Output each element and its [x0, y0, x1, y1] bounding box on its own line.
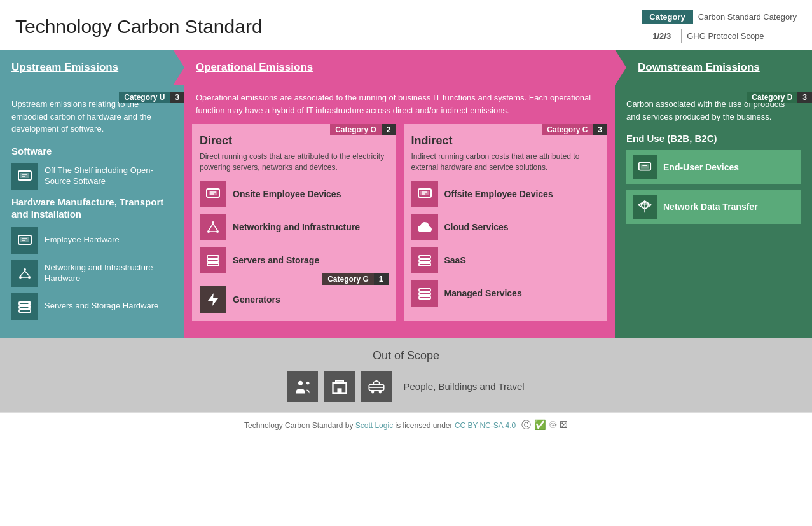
- network-data-transfer-label: Network Data Transfer: [663, 202, 758, 212]
- onsite-employee-label: Onsite Employee Devices: [233, 189, 341, 199]
- svg-point-32: [217, 256, 218, 258]
- servers-storage-hardware-label: Servers and Storage Hardware: [45, 301, 158, 312]
- out-of-scope-label: People, Buildings and Travel: [403, 381, 524, 392]
- cloud-services-label: Cloud Services: [444, 222, 509, 232]
- svg-rect-46: [641, 164, 649, 168]
- footer-link-license[interactable]: CC BY-NC-SA 4.0: [455, 421, 516, 430]
- downstream-header-bar: Downstream Emissions: [615, 50, 812, 85]
- out-of-scope-title: Out of Scope: [15, 349, 797, 363]
- svg-line-11: [20, 271, 25, 276]
- offsite-employee-label: Offsite Employee Devices: [444, 189, 553, 199]
- managed-services-label: Managed Services: [444, 288, 522, 298]
- svg-point-50: [306, 381, 310, 384]
- svg-rect-43: [419, 293, 430, 295]
- svg-point-18: [29, 307, 30, 308]
- direct-panel: Category O 2 Direct Direct running costs…: [192, 124, 396, 321]
- employee-hardware-item: Employee Hardware: [11, 227, 173, 254]
- software-heading: Software: [11, 146, 173, 156]
- indirect-description: Indirect running carbon costs that are a…: [411, 151, 600, 173]
- upstream-column: Category U 3 Upstream emissions relating…: [0, 85, 184, 338]
- generators-icon: [200, 286, 226, 313]
- section-header-bar: Upstream Emissions Operational Emissions…: [0, 50, 812, 85]
- servers-storage-hardware-item: Servers and Storage Hardware: [11, 293, 173, 320]
- footer-link-scott-logic[interactable]: Scott Logic: [355, 421, 393, 430]
- direct-badge: Category O 2: [330, 124, 396, 135]
- servers-storage-item: Servers and Storage: [200, 247, 389, 273]
- footer-icons: Ⓒ ✅ ♾ ⚄: [521, 419, 568, 430]
- end-user-devices-icon: [633, 155, 657, 179]
- svg-point-23: [212, 221, 214, 224]
- downstream-bar-title[interactable]: Downstream Emissions: [638, 61, 760, 74]
- end-user-devices-item: End-User Devices: [626, 150, 801, 184]
- legend-scope-desc: GHG Protocol Scope: [687, 31, 764, 41]
- downstream-badge-num: 3: [797, 92, 812, 103]
- svg-point-56: [371, 390, 375, 393]
- svg-rect-1: [20, 173, 29, 178]
- indirect-badge-label: Category C: [542, 124, 593, 135]
- downstream-badge: Category D 3: [747, 92, 812, 103]
- svg-rect-54: [343, 385, 345, 387]
- downstream-badge-label: Category D: [747, 92, 797, 103]
- buildings-icon: [324, 371, 355, 402]
- downstream-column: Category D 3 Carbon associated with the …: [615, 85, 812, 338]
- saas-label: SaaS: [444, 255, 466, 265]
- legend-category-item: Category Carbon Standard Category: [642, 10, 797, 24]
- operational-bar-title[interactable]: Operational Emissions: [196, 61, 313, 74]
- svg-rect-40: [419, 260, 430, 262]
- svg-point-57: [379, 390, 382, 393]
- generator-badge-num: 1: [374, 273, 389, 285]
- upstream-badge-num: 3: [170, 92, 184, 103]
- networking-infra-label: Networking and Infrastructure: [233, 222, 360, 232]
- page-title: Technology Carbon Standard: [15, 16, 263, 38]
- upstream-software-item: Off The Shelf including Open-Source Soft…: [11, 163, 173, 190]
- operational-description: Operational emissions are associated to …: [184, 85, 615, 124]
- svg-line-12: [25, 271, 29, 276]
- software-item-label: Off The Shelf including Open-Source Soft…: [45, 165, 173, 187]
- direct-badge-num: 2: [382, 124, 396, 135]
- footer: Technology Carbon Standard by Scott Logi…: [0, 412, 812, 438]
- out-of-scope-items: People, Buildings and Travel: [15, 371, 797, 402]
- software-icon: [11, 163, 38, 190]
- indirect-panel: Category C 3 Indirect Indirect running c…: [404, 124, 608, 321]
- generators-label: Generators: [233, 294, 280, 305]
- networking-hardware-item: Networking and Infrastructure Hardware: [11, 260, 173, 287]
- onsite-employee-icon: [200, 181, 226, 207]
- upstream-bar-title[interactable]: Upstream Emissions: [11, 61, 118, 74]
- svg-rect-42: [419, 289, 430, 291]
- networking-infra-item: Networking and Infrastructure: [200, 214, 389, 240]
- indirect-title: Indirect: [411, 134, 600, 148]
- servers-storage-icon: [200, 247, 226, 273]
- svg-rect-44: [419, 296, 430, 299]
- generator-badge-label: Category G: [322, 273, 374, 285]
- svg-line-26: [209, 224, 213, 230]
- saas-icon: [411, 247, 438, 273]
- legend-category-box: Category: [642, 10, 692, 24]
- generator-badge: Category G 1: [322, 273, 388, 285]
- page-header: Technology Carbon Standard Category Carb…: [0, 0, 812, 50]
- travel-icon: [361, 371, 392, 402]
- legend: Category Carbon Standard Category 1/2/3 …: [642, 10, 797, 43]
- footer-text: Technology Carbon Standard by: [244, 421, 355, 430]
- upstream-badge: Category U 3: [119, 92, 184, 103]
- legend-category-desc: Carbon Standard Category: [698, 12, 797, 22]
- svg-rect-36: [420, 191, 429, 195]
- direct-description: Direct running costs that are attributed…: [200, 151, 389, 173]
- employee-hardware-icon: [11, 227, 38, 254]
- operational-header-bar: Operational Emissions: [173, 50, 626, 85]
- networking-hardware-icon: [11, 260, 38, 287]
- svg-point-17: [29, 303, 30, 304]
- indirect-badge: Category C 3: [542, 124, 607, 135]
- employee-hardware-label: Employee Hardware: [45, 235, 120, 246]
- downstream-section-heading: End Use (B2B, B2C): [626, 133, 801, 144]
- footer-middle: is licensed under: [393, 421, 455, 430]
- onsite-employee-item: Onsite Employee Devices: [200, 181, 389, 207]
- main-body: Category U 3 Upstream emissions relating…: [0, 85, 812, 338]
- generators-item: Generators: [200, 286, 389, 313]
- svg-point-33: [217, 260, 218, 261]
- networking-hardware-label: Networking and Infrastructure Hardware: [45, 263, 173, 284]
- people-icon: [287, 371, 318, 402]
- direct-title: Direct: [200, 134, 389, 148]
- upstream-header-bar: Upstream Emissions: [0, 50, 184, 85]
- svg-rect-5: [20, 237, 29, 242]
- servers-storage-hardware-icon: [11, 293, 38, 320]
